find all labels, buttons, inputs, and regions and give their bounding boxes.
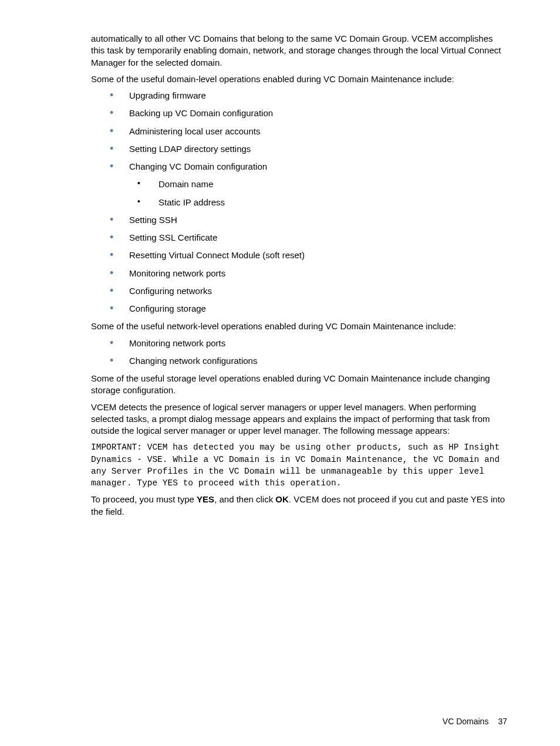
list-item: Changing VC Domain configuration Domain … — [91, 161, 507, 208]
paragraph: automatically to all other VC Domains th… — [91, 33, 507, 69]
paragraph: Some of the useful domain-level operatio… — [91, 73, 507, 85]
list-item: Setting LDAP directory settings — [91, 143, 507, 155]
list-item: Resetting Virtual Connect Module (soft r… — [91, 249, 507, 261]
list-item: Monitoring network ports — [91, 337, 507, 349]
list-item-label: Changing VC Domain configuration — [129, 161, 267, 171]
list-item: Domain name — [129, 178, 507, 190]
page-footer: VC Domains37 — [443, 717, 507, 726]
paragraph: VCEM detects the presence of logical ser… — [91, 401, 507, 437]
list-item: Setting SSH — [91, 214, 507, 226]
page-number: 37 — [498, 717, 507, 726]
list-item: Monitoring network ports — [91, 268, 507, 279]
bullet-list: Monitoring network ports Changing networ… — [91, 337, 507, 367]
list-item: Changing network configurations — [91, 355, 507, 367]
list-item: Backing up VC Domain configuration — [91, 107, 507, 119]
text: To proceed, you must type — [91, 494, 197, 504]
footer-section-label: VC Domains — [443, 717, 489, 726]
list-item: Setting SSL Certificate — [91, 232, 507, 244]
list-item: Configuring networks — [91, 285, 507, 297]
paragraph: Some of the useful network-level operati… — [91, 320, 507, 332]
list-item: Administering local user accounts — [91, 126, 507, 137]
code-block: IMPORTANT: VCEM has detected you may be … — [91, 441, 507, 489]
text: , and then click — [214, 494, 275, 504]
list-item: Static IP address — [129, 197, 507, 208]
bold-text: OK — [275, 494, 289, 504]
bold-text: YES — [197, 494, 214, 504]
bullet-list: Upgrading firmware Backing up VC Domain … — [91, 90, 507, 315]
paragraph: To proceed, you must type YES, and then … — [91, 494, 507, 518]
sub-bullet-list: Domain name Static IP address — [129, 178, 507, 208]
page-content: automatically to all other VC Domains th… — [0, 0, 560, 518]
list-item: Upgrading firmware — [91, 90, 507, 102]
paragraph: Some of the useful storage level operati… — [91, 373, 507, 397]
list-item: Configuring storage — [91, 303, 507, 315]
